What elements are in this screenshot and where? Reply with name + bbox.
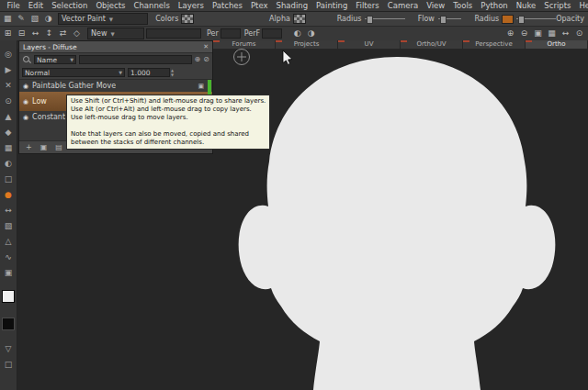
visibility-eye-icon[interactable]: ◉ — [23, 114, 28, 121]
menu-shading[interactable]: Shading — [272, 0, 312, 11]
close-icon[interactable]: ✕ — [203, 43, 209, 50]
tool-extra-icon[interactable]: ▽ — [3, 343, 15, 355]
colors-swatch[interactable] — [181, 14, 194, 24]
radius-slider[interactable] — [365, 18, 404, 19]
tooltip-line: between the stacks of different channels… — [71, 139, 266, 147]
add-layer-icon[interactable]: + — [26, 143, 32, 151]
menu-ptex[interactable]: Ptex — [246, 0, 272, 11]
zoom-out-icon[interactable]: ⊖ — [518, 28, 530, 39]
menu-view[interactable]: View — [423, 0, 449, 11]
menu-camera[interactable]: Camera — [383, 0, 422, 11]
menu-painting[interactable]: Painting — [312, 0, 352, 11]
tab-forums[interactable]: Forums — [213, 40, 276, 49]
menu-tools[interactable]: Tools — [449, 0, 477, 11]
visibility-eye-icon[interactable]: ◉ — [23, 98, 28, 106]
filter-clear-icon[interactable]: ⊘ — [203, 55, 209, 64]
transform-vertical-icon[interactable]: ↕ — [43, 28, 55, 39]
flow-slider-handle[interactable] — [440, 16, 447, 24]
menu-layers[interactable]: Layers — [174, 0, 208, 11]
transform-horizontal-icon[interactable]: ↔ — [29, 28, 41, 39]
menu-objects[interactable]: Objects — [92, 0, 130, 11]
blend-mode-select[interactable]: Normal ▼ — [22, 68, 125, 77]
tab-ortho[interactable]: Ortho — [526, 40, 588, 49]
tool-erase-icon[interactable]: ✕ — [3, 80, 15, 92]
blend-mode-value: Normal — [25, 69, 50, 77]
spin-down-icon[interactable]: ▼ — [171, 72, 174, 77]
tool-paint-active-icon[interactable]: ● — [3, 189, 15, 201]
add-adjustment-icon[interactable]: ▤ — [55, 143, 62, 151]
tool-select-icon[interactable]: ◎ — [3, 49, 15, 61]
menu-help[interactable]: Help — [575, 0, 588, 11]
add-group-icon[interactable]: ▣ — [40, 143, 48, 151]
tab-ortho-uv[interactable]: Ortho/UV — [401, 40, 463, 49]
menu-edit[interactable]: Edit — [24, 0, 47, 11]
tool-marquee-icon[interactable]: □ — [3, 173, 15, 185]
menu-scripts[interactable]: Scripts — [540, 0, 575, 11]
pan-view-icon[interactable]: ↔ — [560, 28, 571, 39]
filter-add-icon[interactable]: ⊕ — [195, 55, 201, 64]
menu-nuke[interactable]: Nuke — [512, 0, 540, 11]
radius-right-slider[interactable] — [516, 18, 556, 19]
tool-slide-icon[interactable]: ↔ — [3, 205, 15, 217]
radius-slider-handle[interactable] — [367, 16, 373, 24]
menu-selection[interactable]: Selection — [48, 0, 92, 11]
left-tool-column: ◎ ▶ ✕ ⊙ ▲ ◆ ▦ ◐ □ ● ↔ ▧ △ ∿ ▣ ▽ □ — [0, 40, 17, 390]
projection-new-select[interactable]: New ▼ — [87, 28, 144, 39]
grid-toggle-icon[interactable]: ▦ — [546, 28, 558, 39]
menu-patches[interactable]: Patches — [208, 0, 246, 11]
paint-swatch-icon[interactable]: ▦ — [2, 13, 14, 25]
menu-filters[interactable]: Filters — [352, 0, 383, 11]
layers-filter-mode-select[interactable]: Name ▼ — [34, 55, 76, 64]
menu-python[interactable]: Python — [477, 0, 512, 11]
chevron-down-icon: ▼ — [116, 70, 122, 75]
tool-transform-icon[interactable]: ▶ — [3, 64, 15, 76]
transform-grid-icon[interactable]: ⊞ — [2, 28, 14, 39]
tool-vector-icon[interactable]: ◆ — [3, 127, 15, 139]
projection-name-input[interactable] — [146, 28, 201, 39]
paint-pattern-icon[interactable]: ▧ — [29, 13, 41, 25]
zoom-in-icon[interactable]: ⊕ — [504, 28, 516, 39]
spinner-arrows[interactable]: ▲ ▼ — [170, 68, 174, 77]
layers-filter-input[interactable] — [79, 55, 192, 64]
flow-slider[interactable] — [438, 18, 462, 19]
mask-half-right-icon[interactable]: ◑ — [305, 28, 317, 39]
transform-diamond-icon[interactable]: ◇ — [71, 28, 83, 39]
blend-amount-spinner[interactable]: 1.000 ▲ ▼ — [128, 68, 174, 77]
alpha-swatch[interactable] — [293, 14, 306, 24]
menu-channels[interactable]: Channels — [130, 0, 174, 11]
tool-clone-icon[interactable]: ▦ — [3, 142, 15, 154]
colors-label: Colors — [155, 15, 178, 23]
fit-view-icon[interactable]: ▣ — [532, 28, 544, 39]
tool-extra2-icon[interactable]: □ — [3, 359, 15, 371]
layers-palette-titlebar[interactable]: Layers - Diffuse ✕ — [19, 41, 212, 53]
foreground-color-swatch[interactable] — [2, 290, 15, 303]
radius-right-slider-handle[interactable] — [518, 16, 525, 24]
tool-smear-icon[interactable]: ∿ — [3, 251, 15, 263]
tab-uv[interactable]: UV — [338, 40, 401, 49]
menu-file[interactable]: File — [3, 0, 24, 11]
alpha-label: Alpha — [269, 15, 290, 23]
paint-brush-icon[interactable]: ✎ — [16, 13, 28, 25]
per-input[interactable] — [220, 28, 241, 39]
tool-gradient-icon[interactable]: ▲ — [3, 111, 15, 123]
perf-input[interactable] — [262, 28, 282, 39]
tool-blur-icon[interactable]: ◐ — [3, 158, 15, 170]
tab-perspective[interactable]: Perspective — [463, 40, 526, 49]
paint-blend-icon[interactable]: ◑ — [42, 13, 54, 25]
background-color-swatch[interactable] — [2, 318, 15, 330]
tool-eyedropper-icon[interactable]: ⊙ — [3, 95, 15, 107]
transform-swap-icon[interactable]: ⇄ — [57, 28, 69, 39]
tool-pattern-icon[interactable]: ▧ — [3, 220, 15, 232]
transform-collapse-icon[interactable]: ⊟ — [16, 28, 28, 39]
paint-mode-select[interactable]: Vector Paint ▼ — [58, 13, 148, 25]
paint-toolbar: ▦ ✎ ▧ ◑ Vector Paint ▼ Colors Alpha Radi… — [0, 12, 588, 27]
layers-help-tooltip: Use Shift (or Ctrl+Shift) and left-mouse… — [66, 95, 270, 150]
radius-value-box[interactable] — [502, 15, 514, 24]
tool-stamp-icon[interactable]: ▣ — [3, 267, 15, 279]
visibility-eye-icon[interactable]: ◉ — [23, 83, 28, 90]
mask-half-left-icon[interactable]: ◐ — [291, 28, 303, 39]
tab-projects[interactable]: Projects — [276, 40, 338, 49]
layer-row-paintable-gather-move[interactable]: ◉ Paintable Gather Move ▣ — [19, 80, 212, 92]
tool-warp-icon[interactable]: △ — [3, 236, 15, 248]
focus-view-icon[interactable]: ⊙ — [573, 28, 585, 39]
